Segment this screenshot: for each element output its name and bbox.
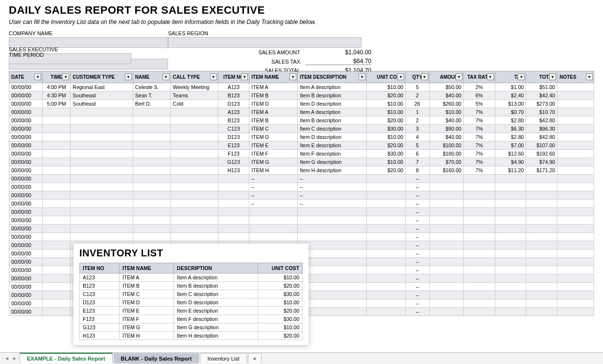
filter-dropdown-icon[interactable]: ▼ — [487, 73, 494, 80]
sheet-tab[interactable]: EXAMPLE - Daily Sales Report — [20, 353, 113, 364]
list-item[interactable]: H123ITEM HItem H description$20.00 — [80, 332, 303, 340]
tracking-header-customer-type: CUSTOMER TYPE▼ — [71, 71, 133, 83]
filter-dropdown-icon[interactable]: ▼ — [421, 73, 428, 80]
filter-dropdown-icon[interactable]: ▼ — [163, 73, 169, 80]
filter-dropdown-icon[interactable]: ▼ — [289, 73, 296, 80]
sheet-tab[interactable]: Inventory List — [200, 353, 246, 364]
filter-dropdown-icon[interactable]: ▼ — [586, 73, 593, 80]
sales-amount-value: $1,040.00 — [305, 49, 371, 56]
tracking-header-item-name: ITEM NAME▼ — [249, 71, 298, 83]
table-row[interactable]: 00/00/00B123ITEM BItem B description$20.… — [9, 116, 594, 125]
list-item[interactable]: G123ITEM GItem G description$10.00 — [80, 323, 303, 332]
filter-dropdown-icon[interactable]: ▼ — [62, 73, 69, 80]
tracking-header-amount: AMOUNT▼ — [429, 71, 463, 83]
table-row[interactable]: 00/00/00– — [9, 216, 594, 225]
table-row[interactable]: 00/00/00– — [9, 233, 594, 241]
tracking-header-tax-rate: TAX RATE▼ — [463, 71, 495, 83]
table-row[interactable]: 00/00/00– — [9, 208, 594, 216]
filter-dropdown-icon[interactable]: ▼ — [456, 73, 462, 80]
inventory-header-description: DESCRIPTION — [174, 263, 258, 273]
tab-nav-next-icon[interactable]: ► — [11, 355, 19, 363]
table-row[interactable]: 00/00/00A123ITEM AItem A description$10.… — [9, 108, 594, 116]
inventory-panel: INVENTORY LIST ITEM NOITEM NAMEDESCRIPTI… — [73, 244, 309, 345]
filter-dropdown-icon[interactable]: ▼ — [34, 73, 41, 80]
filter-dropdown-icon[interactable]: ▼ — [549, 73, 556, 80]
table-row[interactable]: 00/00/004:00 PMRegional EastCeleste S.We… — [9, 83, 594, 91]
list-item[interactable]: C123ITEM CItem C description$30.00 — [80, 290, 303, 298]
add-sheet-button[interactable]: + — [248, 353, 262, 364]
filter-dropdown-icon[interactable]: ▼ — [241, 73, 248, 80]
list-item[interactable]: A123ITEM AItem A description$10.00 — [80, 273, 303, 282]
table-row[interactable]: 00/00/00G123ITEM GItem G description$10.… — [9, 158, 594, 166]
tracking-header-unit-cost: UNIT COST▼ — [366, 71, 405, 83]
tracking-header-name: NAME▼ — [133, 71, 170, 83]
filter-dropdown-icon[interactable]: ▼ — [210, 73, 217, 80]
filter-dropdown-icon[interactable]: ▼ — [359, 73, 365, 80]
table-row[interactable]: 00/00/00––– — [9, 200, 594, 208]
table-row[interactable]: 00/00/004:30 PMSoutheastSean T.TeamsB123… — [9, 91, 594, 100]
table-row[interactable]: 00/00/00– — [9, 225, 594, 233]
filter-dropdown-icon[interactable]: ▼ — [518, 73, 525, 80]
tracking-header-notes: NOTES▼ — [557, 71, 594, 83]
inventory-header-item-no: ITEM NO — [80, 263, 120, 273]
sales-tax-value: $64.70 — [305, 58, 371, 65]
sales-tax-label: SALES TAX — [9, 59, 305, 65]
table-row[interactable]: 00/00/00D123ITEM DItem D description$10.… — [9, 133, 594, 141]
table-row[interactable]: 00/00/00F123ITEM FItem F description$30.… — [9, 150, 594, 158]
filter-dropdown-icon[interactable]: ▼ — [125, 73, 132, 80]
company-name-label: COMPANY NAME — [9, 30, 168, 36]
table-row[interactable]: 00/00/00C123ITEM CItem C description$30.… — [9, 125, 594, 133]
list-item[interactable]: F123ITEM FItem F description$30.00 — [80, 315, 303, 323]
page-title: DAILY SALES REPORT FOR SALES EXECUTIVE — [9, 4, 594, 17]
table-row[interactable]: 00/00/00H123ITEM HItem H description$20.… — [9, 166, 594, 175]
sales-region-input[interactable] — [168, 37, 362, 48]
tracking-header-total: TOTAL▼ — [526, 71, 557, 83]
list-item[interactable]: D123ITEM DItem D description$10.00 — [80, 298, 303, 307]
sheet-tabs: ◄ ► EXAMPLE - Daily Sales ReportBLANK - … — [0, 352, 603, 364]
list-item[interactable]: E123ITEM EItem E description$20.00 — [80, 307, 303, 315]
inventory-title: INVENTORY LIST — [79, 248, 303, 259]
page-description: User can fill the Inventory List data on… — [9, 19, 594, 25]
sales-region-label: SALES REGION — [168, 30, 362, 36]
tracking-header-item-description: ITEM DESCRIPTION▼ — [298, 71, 367, 83]
sheet-tab[interactable]: BLANK - Daily Sales Report — [114, 353, 199, 364]
inventory-table: ITEM NOITEM NAMEDESCRIPTIONUNIT COST A12… — [79, 263, 303, 340]
tracking-header-item-no: ITEM NO▼ — [218, 71, 249, 83]
tracking-header-qty: QTY▼ — [406, 71, 429, 83]
filter-dropdown-icon[interactable]: ▼ — [397, 73, 404, 80]
table-row[interactable]: 00/00/00––– — [9, 183, 594, 191]
table-row[interactable]: 00/00/005:00 PMSoutheastBert D.ColdD123I… — [9, 100, 594, 108]
inventory-header-unit-cost: UNIT COST — [258, 263, 302, 273]
table-row[interactable]: 00/00/00––– — [9, 175, 594, 183]
tracking-header-time: TIME▼ — [43, 71, 71, 83]
tab-nav-prev-icon[interactable]: ◄ — [3, 355, 11, 363]
tracking-header-tax: TAX▼ — [495, 71, 526, 83]
tracking-header-call-type: CALL TYPE▼ — [170, 71, 218, 83]
list-item[interactable]: B123ITEM BItem B description$20.00 — [80, 282, 303, 290]
inventory-header-item-name: ITEM NAME — [119, 263, 173, 273]
table-row[interactable]: 00/00/00E123ITEM EItem E description$20.… — [9, 141, 594, 150]
tracking-header-date: DATE▼ — [9, 71, 43, 83]
table-row[interactable]: 00/00/00––– — [9, 191, 594, 200]
